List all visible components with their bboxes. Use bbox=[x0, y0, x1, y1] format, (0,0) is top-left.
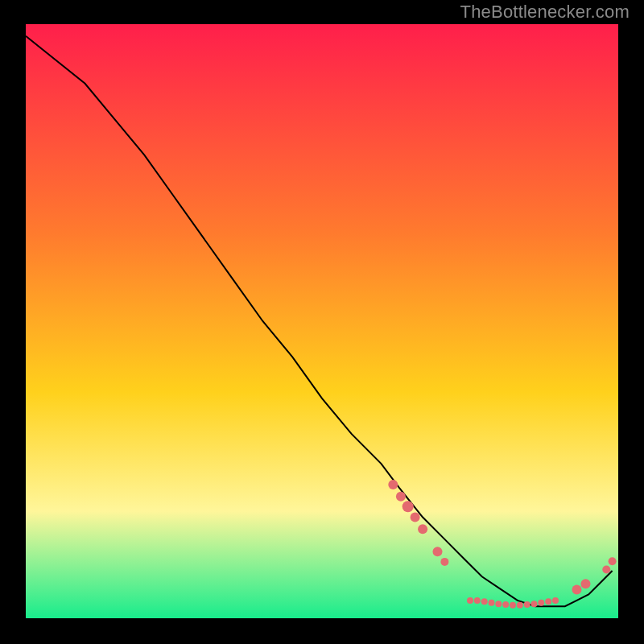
data-point bbox=[481, 598, 488, 605]
data-point bbox=[538, 600, 544, 606]
data-point bbox=[388, 480, 398, 489]
data-point bbox=[572, 585, 582, 595]
data-point bbox=[396, 492, 406, 502]
watermark-text: TheBottlenecker.com bbox=[460, 2, 630, 23]
gradient-background bbox=[26, 24, 618, 618]
data-point bbox=[524, 601, 530, 608]
data-point bbox=[495, 601, 502, 607]
data-point bbox=[602, 566, 610, 574]
plot-area bbox=[26, 24, 618, 618]
data-point bbox=[418, 524, 427, 534]
data-point bbox=[581, 579, 591, 588]
data-point bbox=[402, 501, 414, 512]
chart-container: TheBottlenecker.com bbox=[0, 0, 644, 644]
data-point bbox=[545, 598, 551, 605]
data-point bbox=[411, 513, 420, 522]
bottleneck-chart bbox=[26, 24, 618, 618]
data-point bbox=[440, 558, 448, 566]
data-point bbox=[467, 597, 473, 604]
data-point bbox=[433, 547, 443, 556]
data-point bbox=[502, 601, 509, 608]
data-point bbox=[489, 600, 495, 606]
data-point bbox=[474, 597, 481, 604]
data-point bbox=[510, 602, 516, 609]
data-point bbox=[531, 601, 538, 607]
data-point bbox=[552, 597, 559, 604]
data-point bbox=[517, 602, 523, 609]
data-point bbox=[609, 557, 617, 565]
